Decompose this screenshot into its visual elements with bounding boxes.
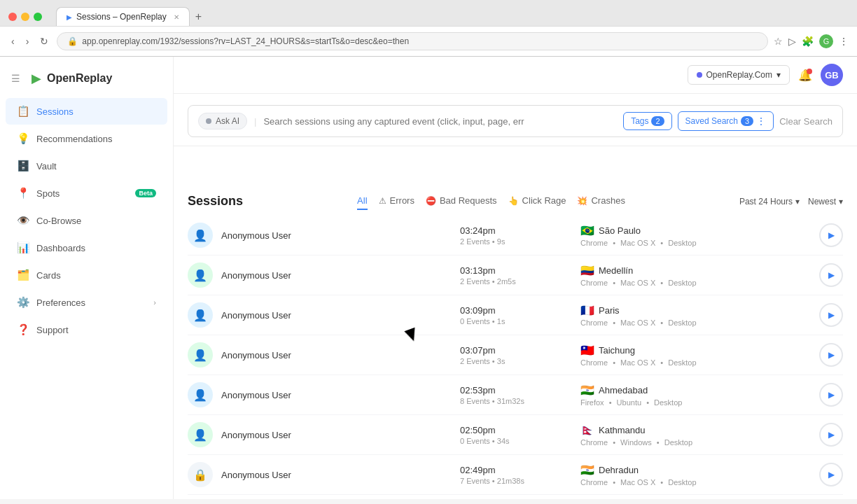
session-row[interactable]: 👤 Anonymous User 02:50pm 0 Events • 34s … bbox=[188, 415, 843, 455]
session-avatar: 👤 bbox=[188, 262, 213, 288]
sort-label: Newest bbox=[808, 197, 836, 206]
notifications-button[interactable]: 🔔 bbox=[798, 69, 812, 82]
workspace-name: OpenReplay.Com bbox=[706, 70, 773, 80]
close-button[interactable] bbox=[8, 13, 17, 21]
errors-label: Errors bbox=[390, 195, 414, 206]
forward-button[interactable]: › bbox=[23, 33, 32, 50]
session-tech: Chrome • Mac OS X • Desktop bbox=[580, 478, 811, 486]
session-username: Anonymous User bbox=[221, 270, 452, 281]
filter-all[interactable]: All bbox=[357, 192, 367, 210]
session-row[interactable]: 👤 Anonymous User 03:07pm 2 Events • 3s 🇹… bbox=[188, 335, 843, 375]
session-user-info: Anonymous User bbox=[221, 230, 452, 241]
tab-icon: ▶ bbox=[67, 13, 72, 21]
sidebar-toggle[interactable]: ☰ bbox=[11, 73, 20, 84]
tab-close-button[interactable]: ✕ bbox=[174, 13, 179, 21]
sidebar-item-cobrowse[interactable]: 👁️ Co-Browse bbox=[6, 207, 167, 234]
refresh-button[interactable]: ↻ bbox=[37, 33, 51, 50]
address-bar[interactable]: 🔒 app.openreplay.com/1932/sessions?rv=LA… bbox=[57, 32, 768, 50]
crashes-icon: 💥 bbox=[577, 196, 587, 206]
session-row[interactable]: 👤 Anonymous User 02:41pm 🇵🇰 Rawalpindi ▶ bbox=[188, 495, 843, 499]
workspace-selector[interactable]: OpenReplay.Com ▾ bbox=[688, 65, 790, 85]
click-rage-icon: 👆 bbox=[508, 196, 519, 206]
play-button[interactable]: ▶ bbox=[819, 223, 843, 247]
country-flag: 🇳🇵 bbox=[580, 424, 594, 437]
session-tech: Chrome • Mac OS X • Desktop bbox=[580, 318, 811, 327]
session-country: 🇫🇷 Paris bbox=[580, 304, 811, 317]
sidebar-item-dashboards[interactable]: 📊 Dashboards bbox=[6, 234, 167, 261]
session-country: 🇹🇼 Taichung bbox=[580, 344, 811, 357]
city-name: Taichung bbox=[599, 345, 635, 356]
extensions-icon[interactable]: 🧩 bbox=[802, 36, 814, 47]
session-user-info: Anonymous User bbox=[221, 270, 452, 281]
session-time-block: 02:49pm 7 Events • 21m38s bbox=[460, 465, 572, 485]
new-tab-button[interactable]: + bbox=[190, 8, 207, 26]
session-country: 🇧🇷 São Paulo bbox=[580, 224, 811, 237]
tags-count: 2 bbox=[651, 116, 664, 126]
session-tech: Chrome • Mac OS X • Desktop bbox=[580, 279, 811, 287]
bad-requests-icon: ⛔ bbox=[426, 196, 436, 206]
country-flag: 🇧🇷 bbox=[580, 224, 594, 237]
session-user-info: Anonymous User bbox=[221, 430, 452, 440]
back-button[interactable]: ‹ bbox=[8, 33, 18, 50]
sidebar-item-sessions[interactable]: 📋 Sessions bbox=[6, 98, 167, 125]
recommendations-label: Recommendations bbox=[36, 134, 156, 144]
avatar[interactable]: GB bbox=[821, 64, 843, 86]
time-range-button[interactable]: Past 24 Hours ▾ bbox=[739, 197, 800, 206]
sidebar-item-recommendations[interactable]: 💡 Recommendations bbox=[6, 125, 167, 152]
bookmark-icon[interactable]: ☆ bbox=[774, 36, 783, 47]
sort-button[interactable]: Newest ▾ bbox=[808, 197, 843, 206]
session-time-block: 03:24pm 2 Events • 9s bbox=[460, 225, 572, 246]
session-meta: 7 Events • 21m38s bbox=[460, 477, 572, 485]
support-label: Support bbox=[36, 325, 156, 335]
play-button[interactable]: ▶ bbox=[819, 303, 843, 327]
session-tech: Chrome • Windows • Desktop bbox=[580, 438, 811, 447]
ask-ai-button[interactable]: Ask AI bbox=[198, 113, 247, 130]
play-button[interactable]: ▶ bbox=[819, 423, 843, 447]
play-button[interactable]: ▶ bbox=[819, 383, 843, 407]
session-time-block: 03:07pm 2 Events • 3s bbox=[460, 345, 572, 365]
filter-errors[interactable]: ⚠ Errors bbox=[379, 192, 414, 210]
ask-ai-label: Ask AI bbox=[216, 116, 239, 126]
menu-icon[interactable]: ⋮ bbox=[839, 36, 849, 47]
session-row[interactable]: 👤 Anonymous User 02:53pm 8 Events • 31m3… bbox=[188, 375, 843, 415]
filter-bad-requests[interactable]: ⛔ Bad Requests bbox=[426, 192, 497, 210]
session-user-info: Anonymous User bbox=[221, 390, 452, 400]
session-avatar: 👤 bbox=[188, 382, 213, 407]
session-row[interactable]: 👤 Anonymous User 03:13pm 2 Events • 2m5s… bbox=[188, 255, 843, 295]
session-meta: 2 Events • 2m5s bbox=[460, 277, 572, 286]
sidebar-item-spots[interactable]: 📍 Spots Beta bbox=[6, 180, 167, 206]
sidebar-item-vault[interactable]: 🗄️ Vault bbox=[6, 153, 167, 179]
play-button[interactable]: ▶ bbox=[819, 343, 843, 367]
click-rage-label: Click Rage bbox=[522, 195, 566, 206]
play-button[interactable]: ▶ bbox=[819, 463, 843, 486]
browser-tab[interactable]: ▶ Sessions – OpenReplay ✕ bbox=[56, 7, 190, 26]
session-row[interactable]: 👤 Anonymous User 03:24pm 2 Events • 9s 🇧… bbox=[188, 216, 843, 255]
filter-crashes[interactable]: 💥 Crashes bbox=[577, 192, 625, 210]
sidebar-item-cards[interactable]: 🗂️ Cards bbox=[6, 262, 167, 288]
saved-search-button[interactable]: Saved Search 3 ⋮ bbox=[678, 111, 774, 131]
session-username: Anonymous User bbox=[221, 230, 452, 241]
session-location-block: 🇫🇷 Paris Chrome • Mac OS X • Desktop bbox=[580, 304, 811, 327]
tab-label: Sessions – OpenReplay bbox=[76, 12, 167, 22]
session-meta: 2 Events • 9s bbox=[460, 237, 572, 246]
sidebar-item-support[interactable]: ❓ Support bbox=[6, 316, 167, 343]
traffic-lights[interactable] bbox=[8, 13, 42, 21]
vault-label: Vault bbox=[36, 161, 156, 172]
tags-button[interactable]: Tags 2 bbox=[623, 112, 671, 130]
country-flag: 🇮🇳 bbox=[580, 384, 594, 397]
session-row[interactable]: 🔒 Anonymous User 02:49pm 7 Events • 21m3… bbox=[188, 455, 843, 495]
play-button[interactable]: ▶ bbox=[819, 263, 843, 287]
vault-icon: 🗄️ bbox=[17, 160, 29, 172]
sidebar-item-preferences[interactable]: ⚙️ Preferences › bbox=[6, 289, 167, 316]
maximize-button[interactable] bbox=[34, 13, 42, 21]
logo-text: OpenReplay bbox=[47, 72, 112, 85]
session-row[interactable]: 👤 Anonymous User 03:09pm 0 Events • 1s 🇫… bbox=[188, 295, 843, 335]
sidebar-nav: 📋 Sessions 💡 Recommendations 🗄️ Vault 📍 … bbox=[0, 97, 173, 491]
profile-icon[interactable]: G bbox=[819, 34, 833, 48]
session-user-info: Anonymous User bbox=[221, 350, 452, 360]
filter-click-rage[interactable]: 👆 Click Rage bbox=[508, 192, 566, 210]
clear-search-button[interactable]: Clear Search bbox=[779, 116, 832, 127]
minimize-button[interactable] bbox=[21, 13, 29, 21]
cast-icon[interactable]: ▷ bbox=[788, 36, 796, 47]
search-input[interactable] bbox=[263, 116, 616, 127]
